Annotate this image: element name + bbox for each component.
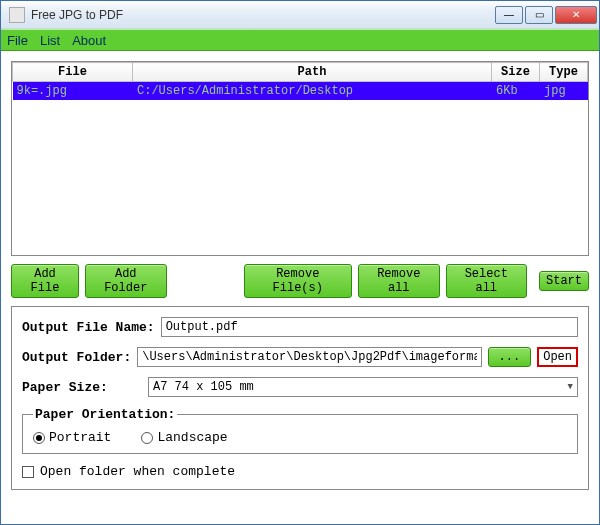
menu-file[interactable]: File [7,33,28,48]
open-button[interactable]: Open [537,347,578,367]
col-header-file[interactable]: File [13,63,133,82]
cell-file: 9k=.jpg [13,82,133,101]
window-controls: — ▭ ✕ [493,6,597,24]
remove-all-button[interactable]: Remove all [358,264,440,298]
output-file-input[interactable] [161,317,578,337]
output-folder-input[interactable] [137,347,481,367]
cell-path: C:/Users/Administrator/Desktop [133,82,492,101]
maximize-button[interactable]: ▭ [525,6,553,24]
paper-size-select[interactable]: A7 74 x 105 mm ▼ [148,377,578,397]
col-header-size[interactable]: Size [492,63,540,82]
menu-list[interactable]: List [40,33,60,48]
open-complete-label: Open folder when complete [40,464,235,479]
open-complete-checkbox[interactable]: Open folder when complete [22,464,578,479]
add-file-button[interactable]: Add File [11,264,79,298]
col-header-type[interactable]: Type [540,63,588,82]
window-title: Free JPG to PDF [31,8,493,22]
portrait-label: Portrait [49,430,111,445]
menubar: File List About [1,29,599,51]
orientation-fieldset: Paper Orientation: Portrait Landscape [22,407,578,454]
remove-files-button[interactable]: Remove File(s) [244,264,353,298]
output-file-label: Output File Name: [22,320,155,335]
file-list[interactable]: File Path Size Type 9k=.jpg C:/Users/Adm… [11,61,589,256]
checkbox-icon [22,466,34,478]
landscape-label: Landscape [157,430,227,445]
app-window: Free JPG to PDF — ▭ ✕ File List About Fi… [0,0,600,525]
output-panel: Output File Name: Output Folder: ... Ope… [11,306,589,490]
titlebar[interactable]: Free JPG to PDF — ▭ ✕ [1,1,599,29]
action-buttons: Add File Add Folder Remove File(s) Remov… [11,264,589,298]
col-header-path[interactable]: Path [133,63,492,82]
radio-icon [141,432,153,444]
paper-size-value: A7 74 x 105 mm [153,380,254,394]
table-row[interactable]: 9k=.jpg C:/Users/Administrator/Desktop 6… [13,82,588,101]
output-folder-label: Output Folder: [22,350,131,365]
landscape-radio[interactable]: Landscape [141,430,227,445]
start-button[interactable]: Start [539,271,589,291]
select-all-button[interactable]: Select all [446,264,528,298]
close-button[interactable]: ✕ [555,6,597,24]
minimize-button[interactable]: — [495,6,523,24]
radio-icon [33,432,45,444]
chevron-down-icon: ▼ [568,382,573,392]
cell-size: 6Kb [492,82,540,101]
add-folder-button[interactable]: Add Folder [85,264,167,298]
portrait-radio[interactable]: Portrait [33,430,111,445]
content-area: File Path Size Type 9k=.jpg C:/Users/Adm… [1,51,599,524]
cell-type: jpg [540,82,588,101]
browse-button[interactable]: ... [488,347,532,367]
paper-size-label: Paper Size: [22,380,142,395]
file-table: File Path Size Type 9k=.jpg C:/Users/Adm… [12,62,588,100]
app-icon [9,7,25,23]
menu-about[interactable]: About [72,33,106,48]
orientation-legend: Paper Orientation: [33,407,177,422]
